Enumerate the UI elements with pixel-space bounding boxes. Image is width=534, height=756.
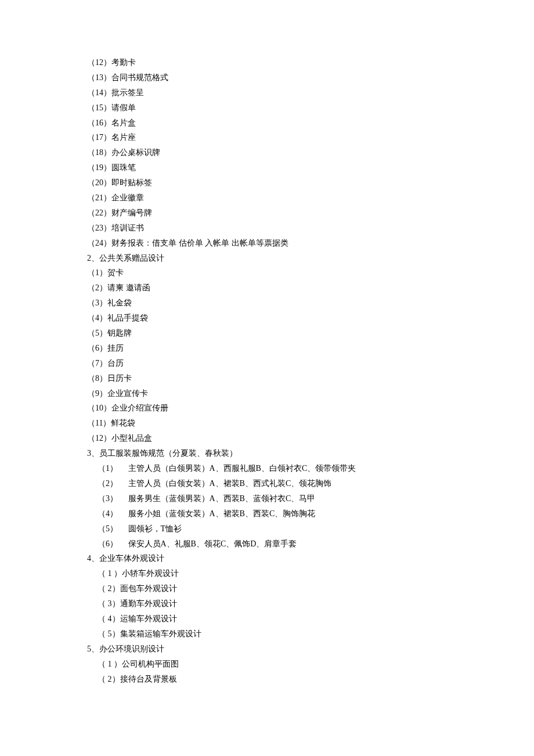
list-item: （2） 主管人员（白领女装）A、裙装B、西式礼装C、领花胸饰 [87,476,447,491]
list-item: （11）鲜花袋 [87,416,447,431]
list-item: （1） 主管人员（白领男装）A、西服礼服B、白领衬衣C、领带领带夹 [87,461,447,476]
list-item: （ 4）运输车外观设计 [87,611,447,627]
list-item: （2）请柬 邀请函 [87,280,447,296]
list-item: （4） 服务小姐（蓝领女装）A、裙装B、西装C、胸饰胸花 [87,506,447,521]
list-item: （13）合同书规范格式 [87,70,447,85]
list-item: （24）财务报表：借支单 估价单 入帐单 出帐单等票据类 [87,236,447,251]
document-page: （12）考勤卡 （13）合同书规范格式 （14）批示签呈 （15）请假单 （16… [87,55,447,686]
section-heading: 3、员工服装服饰规范（分夏装、春秋装） [87,446,447,461]
section-heading: 5、办公环境识别设计 [87,642,447,657]
list-item: （ 5）集装箱运输车外观设计 [87,627,447,642]
section-2: 2、公共关系赠品设计 （1）贺卡 （2）请柬 邀请函 （3）礼金袋 （4）礼品手… [87,251,447,447]
section-1-continuation: （12）考勤卡 （13）合同书规范格式 （14）批示签呈 （15）请假单 （16… [87,55,447,251]
list-item: （14）批示签呈 [87,85,447,100]
list-item: （16）名片盒 [87,116,447,131]
list-item: （3）礼金袋 [87,296,447,311]
list-item: （ 3）通勤车外观设计 [87,596,447,611]
section-4: 4、企业车体外观设计 （ 1 ）小轿车外观设计 （ 2）面包车外观设计 （ 3）… [87,551,447,641]
list-item: （15）请假单 [87,100,447,116]
list-item: （4）礼品手提袋 [87,311,447,326]
list-item: （12）小型礼品盒 [87,431,447,446]
list-item: （22）财产编号牌 [87,206,447,221]
list-item: （8）日历卡 [87,371,447,386]
list-item: （18）办公桌标识牌 [87,145,447,160]
list-item: （1）贺卡 [87,265,447,280]
list-item: （20）即时贴标签 [87,175,447,190]
list-item: （12）考勤卡 [87,55,447,70]
list-item: （5） 圆领衫，T恤衫 [87,521,447,537]
list-item: （6） 保安人员A、礼服B、领花C、佩饰D、肩章手套 [87,537,447,552]
section-heading: 4、企业车体外观设计 [87,551,447,566]
list-item: （6）挂历 [87,341,447,356]
list-item: （5）钥匙牌 [87,326,447,341]
list-item: （ 1 ）小轿车外观设计 [87,566,447,581]
section-heading: 2、公共关系赠品设计 [87,251,447,266]
list-item: （3） 服务男生（蓝领男装）A、西装B、蓝领衬衣C、马甲 [87,491,447,506]
section-3: 3、员工服装服饰规范（分夏装、春秋装） （1） 主管人员（白领男装）A、西服礼服… [87,446,447,551]
section-5: 5、办公环境识别设计 （ 1 ）公司机构平面图 （ 2）接待台及背景板 [87,642,447,687]
list-item: （23）培训证书 [87,221,447,236]
list-item: （ 1 ）公司机构平面图 [87,657,447,672]
list-item: （19）圆珠笔 [87,160,447,175]
list-item: （9）企业宣传卡 [87,386,447,401]
list-item: （7）台历 [87,356,447,371]
list-item: （17）名片座 [87,130,447,145]
list-item: （10）企业介绍宣传册 [87,401,447,416]
list-item: （21）企业徽章 [87,190,447,206]
list-item: （ 2）面包车外观设计 [87,581,447,596]
list-item: （ 2）接待台及背景板 [87,672,447,687]
